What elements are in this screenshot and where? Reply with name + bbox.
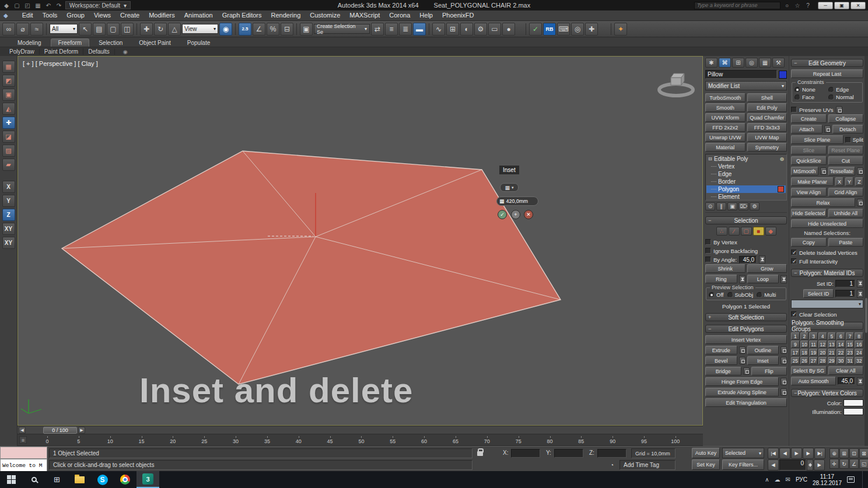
- reset-plane-button[interactable]: Reset Plane: [828, 146, 864, 155]
- x-coordinate-field[interactable]: [511, 449, 540, 458]
- zoom-all-icon[interactable]: ⊞: [839, 448, 849, 458]
- maximize-viewport-toggle-icon[interactable]: ◱: [859, 459, 868, 469]
- language-indicator[interactable]: РУС: [796, 476, 807, 483]
- preview-subobj-radio[interactable]: SubObj: [727, 292, 754, 298]
- modifier-preset-button[interactable]: TurboSmooth: [705, 93, 746, 102]
- unhide-all-button[interactable]: Unhide All: [828, 209, 864, 217]
- menu-item[interactable]: Graph Editors: [218, 10, 267, 20]
- next-frame-button[interactable]: ▶: [803, 448, 814, 459]
- ring-spinner[interactable]: [739, 275, 746, 283]
- next-frame-arrow[interactable]: ▶: [78, 427, 85, 434]
- edit-triangulation-button[interactable]: Edit Triangulation: [705, 398, 787, 407]
- clear-all-button[interactable]: Clear All: [828, 366, 864, 375]
- menu-item[interactable]: Group: [62, 10, 89, 20]
- extrude-along-spline-settings-button[interactable]: [780, 388, 787, 396]
- display-panel-tab[interactable]: ▦: [759, 58, 771, 68]
- new-file-icon[interactable]: ▢: [13, 1, 21, 9]
- make-planar-button[interactable]: Make Planar: [791, 177, 834, 186]
- msmooth-settings-button[interactable]: [820, 167, 827, 175]
- modifier-list-dropdown[interactable]: Modifier List▾: [705, 81, 787, 90]
- left-toolbar-icon[interactable]: ▣: [2, 89, 15, 101]
- constraint-edge-radio[interactable]: Edge: [828, 86, 860, 93]
- grow-button[interactable]: Grow: [747, 264, 788, 273]
- smoothing-group-button[interactable]: 18: [800, 349, 809, 356]
- start-button[interactable]: [0, 471, 23, 488]
- left-toolbar-icon[interactable]: ◪: [2, 131, 15, 143]
- caddy-mode-button[interactable]: ▦▾: [500, 183, 519, 192]
- app-logo-icon[interactable]: ◆: [2, 1, 10, 9]
- window-crossing-icon[interactable]: ◫: [121, 23, 134, 36]
- modifier-preset-button[interactable]: Smooth: [705, 103, 746, 112]
- ribbon-subtab[interactable]: Defaults: [83, 48, 115, 55]
- select-by-name-icon[interactable]: ▤: [93, 23, 106, 36]
- caddy-ok-button[interactable]: ✓: [498, 210, 507, 219]
- perspective-viewport[interactable]: [ + ] [ Perspective ] [ Clay ]: [18, 56, 703, 426]
- scrollbar-thumb[interactable]: [865, 298, 867, 333]
- smoothing-group-button[interactable]: 7: [846, 332, 855, 340]
- smoothing-group-button[interactable]: 20: [818, 349, 827, 356]
- smoothing-group-button[interactable]: 8: [855, 332, 863, 340]
- insert-vertex-button[interactable]: Insert Vertex: [705, 335, 787, 344]
- search-icon[interactable]: ○: [783, 1, 791, 9]
- ribbon-tab[interactable]: Object Paint: [132, 39, 177, 47]
- auto-smooth-button[interactable]: Auto Smooth: [791, 377, 836, 385]
- smoothing-group-button[interactable]: 26: [800, 357, 809, 364]
- close-button[interactable]: ✕: [850, 2, 866, 9]
- open-file-icon[interactable]: ◰: [23, 1, 32, 9]
- utilities-panel-tab[interactable]: ⚒: [772, 58, 785, 68]
- modifier-preset-button[interactable]: Symmetry: [747, 143, 788, 152]
- zoom-icon[interactable]: ⊕: [830, 448, 839, 458]
- smoothing-group-button[interactable]: 28: [818, 357, 827, 364]
- menu-item[interactable]: Views: [89, 10, 116, 20]
- mail-tray-icon[interactable]: ✉: [786, 476, 790, 483]
- restrict-xy-plane-button-2[interactable]: XY: [2, 237, 15, 249]
- restrict-x-button[interactable]: X: [2, 181, 15, 193]
- auto-smooth-spinner[interactable]: [857, 377, 863, 385]
- slice-plane-button[interactable]: Slice Plane: [791, 135, 844, 144]
- outline-settings-button[interactable]: [780, 346, 787, 354]
- bevel-button[interactable]: Bevel: [705, 356, 737, 365]
- smoothing-group-button[interactable]: 12: [818, 340, 827, 348]
- full-interactivity-checkbox[interactable]: Full Interactivity: [791, 257, 863, 265]
- use-pivot-center-icon[interactable]: ◉: [219, 23, 232, 36]
- create-button[interactable]: Create: [791, 114, 827, 123]
- menu-item[interactable]: Modifiers: [144, 10, 180, 20]
- object-color-swatch[interactable]: [779, 71, 787, 79]
- modifier-preset-button[interactable]: Edit Poly: [747, 103, 788, 112]
- menu-item[interactable]: Rendering: [267, 10, 306, 20]
- collapse-button[interactable]: Collapse: [828, 114, 864, 123]
- restrict-y-button[interactable]: Y: [2, 195, 15, 207]
- schematic-view-icon[interactable]: ⊞: [446, 23, 459, 36]
- preview-off-radio[interactable]: Off: [709, 292, 724, 298]
- redo-icon[interactable]: ↷: [55, 1, 63, 9]
- extrude-button[interactable]: Extrude: [705, 346, 737, 354]
- maxscript-mini-listener-pink[interactable]: [0, 447, 47, 459]
- ribbon-tab[interactable]: Selection: [92, 39, 130, 47]
- hinge-from-edge-button[interactable]: Hinge From Edge: [705, 377, 779, 386]
- current-frame-spinner[interactable]: [807, 459, 813, 471]
- modifier-preset-button[interactable]: FFD 2x2x2: [705, 123, 746, 132]
- planar-z-button[interactable]: Z: [855, 177, 863, 186]
- smoothing-group-button[interactable]: 30: [836, 357, 845, 364]
- relax-button[interactable]: Relax: [791, 198, 855, 207]
- select-and-scale-icon[interactable]: △: [168, 23, 181, 36]
- ring-button[interactable]: Ring: [705, 275, 737, 283]
- reference-coordinate-dropdown[interactable]: View▾: [182, 24, 218, 34]
- shrink-button[interactable]: Shrink: [705, 264, 746, 273]
- bridge-button[interactable]: Bridge: [705, 367, 741, 375]
- ribbon-tab[interactable]: Freeform: [51, 38, 90, 47]
- ribbon-config-icon[interactable]: ◉: [123, 49, 128, 55]
- layer-manager-icon[interactable]: ≣: [399, 23, 412, 36]
- 3ds-max-taskbar-button[interactable]: 3: [136, 471, 159, 488]
- extrude-settings-button[interactable]: [739, 346, 746, 354]
- smoothing-group-button[interactable]: 25: [791, 357, 800, 364]
- caddy-cancel-button[interactable]: ✕: [524, 210, 533, 219]
- set-id-spinner[interactable]: [857, 279, 863, 287]
- material-ids-rollout-header[interactable]: −Polygon: Material IDs: [791, 269, 863, 277]
- repeat-last-button[interactable]: Repeat Last: [791, 69, 863, 78]
- ribbon-toggle-icon[interactable]: ▬: [413, 23, 426, 36]
- material-id-name-dropdown[interactable]: ▾: [791, 300, 863, 308]
- smoothing-group-button[interactable]: 9: [791, 340, 800, 348]
- border-subobject-button[interactable]: ▢: [741, 227, 752, 236]
- add-time-tag-field[interactable]: Add Time Tag: [620, 460, 676, 470]
